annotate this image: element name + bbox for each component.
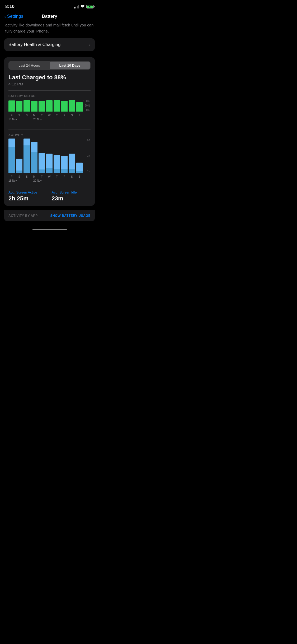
screen-idle-stat: Avg. Screen Idle 23m [52,190,91,202]
battery-x-label-col: F [61,113,68,117]
activity-x-axis: FSSMTWTFSS [8,174,91,179]
status-time: 8:10 [5,4,15,9]
activity-x-label: S [26,175,28,178]
tab-last-24-hours[interactable]: Last 24 Hours [9,62,50,69]
battery-bar [46,100,53,112]
battery-bar [69,100,75,112]
activity-x-label-col: S [76,174,83,179]
battery-bar [39,101,45,112]
battery-bar-col [16,101,23,112]
activity-x-label-col: S [69,174,75,179]
screen-active-value: 2h 25m [8,195,48,202]
chevron-right-icon: › [89,42,91,47]
back-chevron-icon: ‹ [4,14,6,19]
battery-percent: 82 [89,5,91,8]
tab-last-10-days[interactable]: Last 10 Days [50,62,90,69]
activity-bar-light [46,154,53,168]
battery-date-2: 20 Nov [33,118,42,121]
battery-x-label: F [64,114,65,117]
activity-x-label-col: S [23,174,30,179]
battery-x-label: S [18,114,20,117]
activity-x-label: M [33,175,35,178]
battery-bar-col [46,100,53,112]
battery-x-label: W [48,114,50,117]
activity-bar-dark [23,145,30,173]
status-bar: 8:10 82 [0,0,99,12]
activity-chart: 5h 3h 1h FSSMTWTFSS 18 Nov 20 Nov [8,139,91,183]
battery-x-label: S [78,114,80,117]
screen-active-stat: Avg. Screen Active 2h 25m [8,190,48,202]
battery-x-label-col: T [39,113,45,117]
activity-x-label: S [71,175,73,178]
activity-bar-col [46,154,53,173]
nav-header: ‹ Settings Battery [0,12,99,22]
activity-bar-light [54,155,60,169]
activity-x-label: T [41,175,43,178]
activity-by-app-label: ACTIVITY BY APP [8,214,38,218]
battery-bar [23,100,30,112]
back-button[interactable]: ‹ Settings [4,14,23,19]
battery-x-label-col: M [31,113,38,117]
battery-x-label-col: W [46,113,53,117]
activity-bar-light [61,156,68,169]
battery-bar-col [61,101,68,112]
activity-x-label-col: T [54,174,60,179]
battery-icon: 82 [86,5,94,8]
activity-bar-col [69,154,75,173]
segment-control[interactable]: Last 24 Hours Last 10 Days [8,61,91,70]
activity-x-label-col: F [8,174,15,179]
battery-x-label-col: F [8,113,15,117]
activity-bar-light [31,142,38,152]
battery-date-labels: 18 Nov 20 Nov [8,118,91,122]
activity-bar-col [8,139,15,173]
battery-usage-label: BATTERY USAGE [8,94,91,98]
show-battery-usage-button[interactable]: SHOW BATTERY USAGE [50,214,91,218]
activity-bar-light [8,139,15,147]
battery-health-row[interactable]: Battery Health & Charging › [4,38,95,51]
activity-bar-col [76,163,83,173]
activity-bar-col [39,153,45,173]
description-text: activity like downloads and mail fetch u… [0,22,99,38]
status-icons: 82 [74,5,94,9]
activity-x-label: F [64,175,65,178]
screen-active-label: Avg. Screen Active [8,190,48,194]
activity-date-labels: 18 Nov 20 Nov [8,179,91,183]
divider-2 [8,130,91,130]
battery-x-label-col: S [23,113,30,117]
battery-date-1: 18 Nov [8,118,17,121]
activity-x-label: S [78,175,80,178]
wifi-icon [81,5,85,9]
activity-bar-light [23,139,30,145]
battery-health-label: Battery Health & Charging [8,42,61,47]
battery-bar-col [54,100,60,112]
activity-bars [8,139,91,173]
battery-x-label-col: S [76,113,83,117]
activity-x-label-col: F [61,174,68,179]
activity-bar-dark [54,169,60,173]
battery-bar [31,101,38,112]
activity-bar-light [39,153,45,169]
signal-bars-icon [74,5,79,8]
activity-x-label: S [18,175,20,178]
activity-x-label-col: M [31,174,38,179]
activity-bar-col [23,139,30,173]
battery-bar [61,101,68,112]
activity-x-label: W [48,175,50,178]
battery-bar-col [69,100,75,112]
battery-bar-col [76,102,83,111]
activity-date-2: 20 Nov [33,179,42,182]
activity-bar-light [76,163,83,171]
battery-bar [8,100,15,112]
activity-bar-dark [16,171,23,173]
battery-x-label: T [56,114,58,117]
battery-bar-col [31,101,38,112]
battery-x-label: F [11,114,12,117]
activity-bar-col [54,155,60,173]
battery-bar-col [23,100,30,112]
battery-x-label: S [26,114,28,117]
activity-x-label-col: T [39,174,45,179]
battery-bar-col [8,100,15,112]
last-charged-title: Last Charged to 88% [8,74,91,81]
battery-x-label-col: S [69,113,75,117]
battery-x-label: S [71,114,73,117]
